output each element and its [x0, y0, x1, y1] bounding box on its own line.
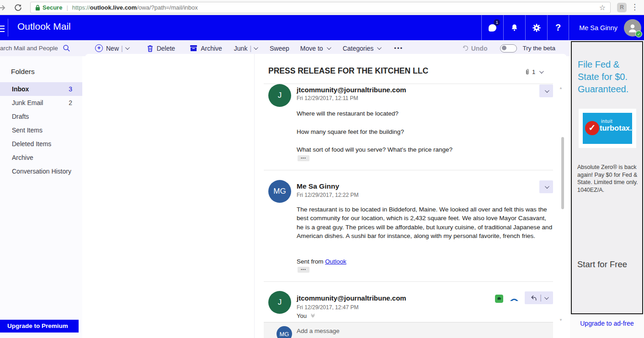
reply-all-icon	[530, 295, 537, 301]
move-to-button[interactable]: Move to	[300, 45, 330, 52]
upgrade-to-ad-free-link[interactable]: Upgrade to ad-free	[570, 320, 644, 327]
address-bar[interactable]: Secure | https://outlook.live.com/owa/?p…	[30, 2, 611, 13]
content-card: PRESS RELEASE FOR THE KITCHEN LLC 1 J jt…	[85, 54, 567, 338]
browser-menu-icon[interactable]: ⋮	[631, 2, 639, 12]
browser-chrome: Secure | https://outlook.live.com/owa/?p…	[0, 0, 644, 15]
bookmark-star-icon[interactable]: ☆	[599, 3, 606, 12]
turbotax-logo[interactable]: ✓ intuit turbotax.	[579, 109, 636, 148]
header-separator	[8, 19, 8, 37]
message-actions-button[interactable]	[539, 84, 553, 97]
recipient-row[interactable]: You	[297, 312, 314, 319]
folder-label: Sent Items	[12, 127, 43, 134]
undo-button[interactable]: Undo	[462, 45, 488, 52]
outlook-link[interactable]: Outlook	[325, 258, 346, 265]
sidebar-item-conversation-history[interactable]: Conversation History	[0, 164, 82, 178]
beta-label: Try the beta	[522, 45, 555, 52]
attachments-button[interactable]: 1	[525, 69, 543, 75]
beta-toggle[interactable]	[500, 44, 517, 53]
outlook-mail-page: Secure | https://outlook.live.com/owa/?p…	[0, 0, 644, 338]
more-commands-button[interactable]: •••	[394, 45, 403, 52]
delete-label: Delete	[157, 45, 175, 52]
toggle-knob	[502, 46, 506, 50]
show-trimmed-content-button[interactable]: •••	[298, 267, 309, 273]
ad-body-text: Absolute Zero® is back again! Pay $0 for…	[577, 164, 640, 194]
skype-button[interactable]: 1	[481, 15, 503, 40]
sidebar-item-junk-email[interactable]: Junk Email 2	[0, 96, 82, 110]
categories-dropdown-icon	[377, 45, 382, 50]
sent-from-line: Sent from Outlook	[297, 258, 346, 265]
scroll-down-icon[interactable]: ▼	[559, 318, 563, 322]
sidebar-item-drafts[interactable]: Drafts	[0, 110, 82, 123]
secure-label[interactable]: Secure	[43, 4, 62, 11]
undo-label: Undo	[471, 45, 488, 52]
sidebar-item-sent-items[interactable]: Sent Items	[0, 123, 82, 137]
junk-button[interactable]: Junk |	[234, 45, 257, 52]
archive-button[interactable]: Archive	[190, 45, 222, 52]
add-message-placeholder[interactable]: Add a message	[297, 327, 340, 334]
attachment-dropdown-icon	[539, 69, 544, 74]
folder-sidebar: Folders Inbox 3 Junk Email 2 Drafts Sent…	[0, 56, 82, 338]
avatar: MG	[277, 326, 292, 338]
addin-caret-icon[interactable]	[510, 296, 519, 301]
avatar: MG	[268, 180, 291, 203]
sidebar-item-archive[interactable]: Archive	[0, 151, 82, 164]
reload-icon[interactable]	[14, 3, 22, 12]
scroll-up-icon[interactable]: ▲	[559, 86, 563, 90]
junk-label: Junk	[234, 45, 248, 52]
user-name[interactable]: Me Sa Ginny	[579, 24, 617, 32]
message-line: Where will the restaurant be located?	[297, 110, 399, 117]
hamburger-menu-icon[interactable]	[0, 24, 5, 34]
folder-label: Junk Email	[12, 99, 43, 106]
new-dropdown-icon[interactable]	[125, 45, 130, 50]
ad-headline: File Fed & State for $0. Guaranteed.	[578, 58, 638, 95]
show-trimmed-content-button[interactable]: •••	[298, 155, 309, 161]
categories-label: Categories	[343, 45, 374, 52]
sweep-button[interactable]: Sweep	[270, 45, 289, 52]
message-date: Fri 12/29/2017, 12:47 PM	[297, 304, 358, 311]
search-icon[interactable]	[63, 44, 70, 52]
evernote-addin-icon[interactable]	[495, 295, 503, 303]
forward-icon[interactable]	[0, 3, 7, 12]
divider	[264, 84, 553, 84]
sidebar-item-inbox[interactable]: Inbox 3	[0, 82, 82, 96]
settings-button[interactable]	[525, 15, 547, 40]
new-button[interactable]: + New |	[95, 44, 128, 52]
folder-label: Inbox	[12, 85, 29, 93]
turbotax-logo-inner: ✓ intuit turbotax.	[583, 113, 632, 144]
message-sender[interactable]: Me Sa Ginny	[297, 182, 339, 190]
message-sender[interactable]: jtcommunity@journaltribune.com	[297, 86, 406, 94]
sweep-label: Sweep	[270, 45, 289, 52]
search-input[interactable]: arch Mail and People	[0, 40, 82, 56]
folder-label: Conversation History	[12, 168, 71, 175]
notifications-button[interactable]	[503, 15, 525, 40]
message-line: What sort of food will you serve? What's…	[297, 146, 452, 153]
pane-divider	[254, 54, 255, 338]
reply-options-icon[interactable]	[544, 295, 549, 300]
turbotax-ad[interactable]: File Fed & State for $0. Guaranteed. ✓ i…	[571, 41, 643, 314]
undo-icon	[462, 45, 469, 52]
scrollbar-thumb[interactable]	[561, 137, 564, 209]
categories-button[interactable]: Categories	[343, 45, 381, 52]
app-header: Outlook Mail 1 ? Me Sa Ginny	[0, 15, 644, 40]
message-sender[interactable]: jtcommunity@journaltribune.com	[297, 294, 406, 302]
upgrade-to-premium-button[interactable]: Upgrade to Premium	[0, 320, 79, 333]
extension-icon[interactable]: R	[617, 3, 627, 12]
archive-icon	[190, 45, 197, 52]
user-avatar[interactable]: ✓	[624, 19, 641, 37]
start-for-free-link[interactable]: Start for Free	[577, 259, 627, 269]
turbotax-wordmark: turbotax.	[600, 124, 632, 132]
message-actions-button[interactable]	[539, 180, 553, 193]
quick-reply-box[interactable]: MG Add a message	[264, 322, 553, 338]
delete-button[interactable]: Delete	[147, 45, 175, 52]
intuit-wordmark: intuit	[601, 118, 612, 124]
junk-dropdown-icon[interactable]	[254, 45, 258, 50]
folder-label: Archive	[12, 154, 33, 161]
url-text[interactable]: https://outlook.live.com/owa/?path=/mail…	[72, 4, 198, 11]
reply-all-button[interactable]: |	[525, 291, 553, 304]
expand-recipients-icon[interactable]	[311, 315, 314, 317]
help-button[interactable]: ?	[547, 15, 569, 40]
sidebar-item-deleted-items[interactable]: Deleted Items	[0, 137, 82, 151]
new-label: New	[106, 45, 119, 52]
secure-lock-icon	[35, 4, 40, 11]
bell-icon	[510, 23, 519, 32]
